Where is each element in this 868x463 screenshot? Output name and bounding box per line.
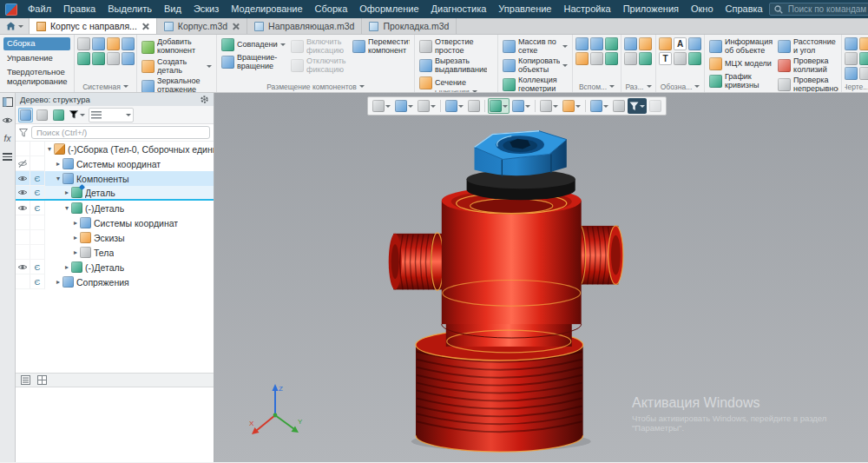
status-cell[interactable]: Є <box>30 274 45 289</box>
expand-arrow-icon[interactable] <box>71 219 80 227</box>
main-menu-icon[interactable] <box>2 151 13 162</box>
section-label-operations[interactable]: Операции <box>418 90 495 92</box>
filter-objects-button[interactable] <box>628 98 647 114</box>
close-icon[interactable] <box>232 23 240 30</box>
menu-layout[interactable]: Оформление <box>353 0 424 18</box>
print-icon[interactable] <box>77 37 90 50</box>
visibility-cell[interactable] <box>16 186 30 199</box>
pan-button[interactable] <box>466 98 482 114</box>
zoom-button[interactable] <box>416 98 437 114</box>
mode-assembly[interactable]: Сборка <box>3 37 70 50</box>
menu-edit[interactable]: Правка <box>57 0 102 18</box>
leader2-icon[interactable] <box>859 67 868 80</box>
visibility-panel-icon[interactable] <box>2 115 13 126</box>
tab-napravlyayushchaya[interactable]: Направляющая.m3d <box>247 18 362 34</box>
section-label-drawing[interactable]: Черте... <box>845 81 868 92</box>
menu-settings[interactable]: Настройка <box>557 0 616 18</box>
menu-view[interactable]: Вид <box>158 0 187 18</box>
section-label-notation[interactable]: Обозна... <box>659 81 701 92</box>
expand-arrow-icon[interactable] <box>71 248 80 256</box>
region-icon[interactable] <box>639 52 652 65</box>
expand-arrow-icon[interactable] <box>45 145 54 153</box>
mirror-components-button[interactable]: Зеркальное отражение ко... <box>140 76 214 93</box>
snap-settings-button[interactable] <box>371 98 392 114</box>
tab-korpus[interactable]: Корпус.m3d <box>157 18 247 34</box>
bottom-panel-list-button[interactable] <box>19 373 32 387</box>
redo-icon[interactable] <box>92 52 105 65</box>
spiral-icon[interactable] <box>605 37 618 50</box>
enable-fixation-button[interactable]: Включить фиксацию <box>289 37 349 56</box>
disable-fixation-button[interactable]: Отключить фиксацию <box>289 56 349 75</box>
tree-row-components[interactable]: Є Компоненты <box>16 171 214 186</box>
status-cell[interactable]: Є <box>30 171 45 186</box>
section-label-auxiliary[interactable]: Вспом... <box>575 81 618 92</box>
variables-fx-icon[interactable]: fx <box>2 133 13 144</box>
expand-arrow-icon[interactable] <box>54 160 62 168</box>
leader-icon[interactable] <box>674 52 687 65</box>
menu-assembly[interactable]: Сборка <box>309 0 354 18</box>
section-label-partition[interactable]: Раз... <box>624 81 653 92</box>
variables-icon[interactable] <box>107 52 120 65</box>
home-menu-button[interactable] <box>0 18 30 34</box>
command-search[interactable] <box>769 3 868 16</box>
status-cell[interactable]: Є <box>30 186 45 199</box>
tree-row-sketches[interactable]: Эскизы <box>16 230 214 245</box>
paste-icon[interactable] <box>122 37 135 50</box>
menu-sketch[interactable]: Эскиз <box>187 0 225 18</box>
unfold-icon[interactable] <box>859 37 868 50</box>
collision-check-button[interactable]: Проверка коллизий <box>776 56 840 75</box>
tab-assembly-document[interactable]: Корпус с направля... <box>30 18 157 34</box>
menu-management[interactable]: Управление <box>492 0 557 18</box>
sketch-indicator-button[interactable] <box>648 98 663 114</box>
expand-arrow-icon[interactable] <box>62 189 71 196</box>
viewport-3d[interactable]: Z X Y Активация Windows Чтобы активирова… <box>214 93 868 462</box>
mode-solid-modeling[interactable]: Твердотельное моделирование <box>3 66 70 88</box>
tree-row-part-3[interactable]: Є (-)Деталь <box>16 260 214 274</box>
visibility-cell[interactable] <box>16 260 30 274</box>
move-component-button[interactable]: Переместить компонент <box>351 37 411 56</box>
local-cs-icon[interactable] <box>575 52 589 65</box>
simple-hole-button[interactable]: Отверстие простое <box>418 37 489 56</box>
panels-toggle-icon[interactable] <box>2 96 13 108</box>
break-icon[interactable] <box>624 52 637 65</box>
note-icon[interactable] <box>659 37 672 50</box>
expand-arrow-icon[interactable] <box>54 175 62 182</box>
menu-diagnostics[interactable]: Диагностика <box>425 0 493 18</box>
menu-select[interactable]: Выделить <box>102 0 158 18</box>
display-style-button[interactable] <box>488 98 510 114</box>
cut-extrude-button[interactable]: Вырезать выдавливанием <box>418 56 489 75</box>
undo-icon[interactable] <box>77 52 90 65</box>
add-component-button[interactable]: Добавить компонент из... <box>140 37 214 56</box>
expand-arrow-icon[interactable] <box>62 204 71 212</box>
dimension-icon[interactable] <box>845 52 858 65</box>
orientation-button[interactable] <box>510 98 532 114</box>
coincidence-button[interactable]: Совпадение <box>220 37 287 52</box>
visibility-cell[interactable] <box>16 171 30 186</box>
expand-arrow-icon[interactable] <box>54 278 62 286</box>
hide-objects-button[interactable] <box>538 98 560 114</box>
tree-row-part-coordinate-systems[interactable]: Системы координат <box>16 215 214 230</box>
expand-arrow-icon[interactable] <box>71 234 80 241</box>
gear-icon[interactable] <box>200 95 209 104</box>
tree-row-coordinate-systems[interactable]: Системы координат <box>16 156 214 171</box>
tree-row-mates[interactable]: Є Сопряжения <box>16 274 214 289</box>
mode-management[interactable]: Управление <box>3 52 70 65</box>
tab-prokladka[interactable]: Прокладка.m3d <box>362 18 457 34</box>
model-3d[interactable] <box>214 93 868 462</box>
simplify-view-button[interactable] <box>611 98 627 114</box>
curvature-graph-button[interactable]: График кривизны <box>707 72 774 90</box>
funnel-icon[interactable] <box>19 129 28 137</box>
axis-icon[interactable] <box>575 37 589 50</box>
axis2-icon[interactable] <box>845 67 858 80</box>
grid-array-button[interactable]: Массив по сетке <box>501 37 569 56</box>
expand-arrow-icon[interactable] <box>62 263 71 271</box>
menu-window[interactable]: Окно <box>685 0 720 18</box>
planes-visibility-button[interactable] <box>393 98 415 114</box>
properties-icon[interactable] <box>122 52 135 65</box>
visibility-cell[interactable] <box>16 245 30 260</box>
visibility-cell[interactable] <box>16 156 30 171</box>
object-info-button[interactable]: Информация об объекте <box>707 37 774 56</box>
curve-icon[interactable] <box>605 52 618 65</box>
hatch-icon[interactable] <box>859 52 868 65</box>
tree-search-input[interactable] <box>31 126 210 139</box>
